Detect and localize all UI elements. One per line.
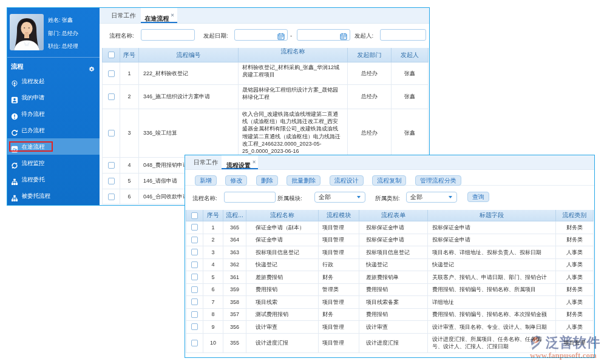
row-checkbox[interactable]: [108, 130, 115, 136]
cell-form: 费用报销: [359, 309, 428, 322]
cell-module: 财务: [319, 309, 359, 322]
row-checkbox[interactable]: [191, 340, 198, 346]
sidebar-item-icon: [11, 175, 18, 183]
sidebar-item-5[interactable]: 流程监控: [7, 155, 100, 171]
toolbar-button-manage-flow-category[interactable]: 管理流程分类: [415, 175, 461, 186]
front-table: 序号 流程... 流程名称 流程模块 流程表单 标题字段 流程类别 1 365 …: [186, 210, 594, 353]
front-table-header: 序号 流程... 流程名称 流程模块 流程表单 标题字段 流程类别: [186, 210, 594, 221]
cell-category: 财务类: [556, 221, 594, 234]
cell-module: 管理类: [319, 284, 359, 297]
cell-module: 项目管理: [319, 321, 359, 334]
cell-name: 差旅费报销: [246, 271, 319, 284]
flow-name-input[interactable]: [141, 29, 195, 41]
cell-no: 5: [120, 174, 139, 189]
cell-category: 项目管理: [556, 334, 594, 353]
cell-no: 7: [203, 296, 223, 309]
flow-name-input[interactable]: [224, 192, 276, 203]
cell-form: 设计进度汇报: [359, 334, 428, 353]
select-all-checkbox[interactable]: [191, 212, 198, 219]
tab-flow-settings[interactable]: 流程设置×: [222, 155, 258, 169]
cell-initiator: 张鑫: [392, 85, 429, 109]
cell-no: 6: [120, 189, 139, 204]
row-checkbox[interactable]: [191, 237, 198, 243]
person-card-icon: [11, 96, 18, 104]
cell-category: 财务类: [556, 234, 594, 247]
cell-title-field: 费用报销、报销编号、报销名称、所属项目: [428, 284, 556, 297]
cell-no: 3: [120, 109, 139, 158]
tab-in-transit-flow[interactable]: 在途流程×: [141, 8, 177, 23]
sidebar-item-0[interactable]: 流程发起: [7, 73, 100, 89]
gear-icon[interactable]: [88, 62, 95, 69]
tab-close-icon[interactable]: ×: [171, 12, 174, 18]
cell-name: 快递登记: [246, 259, 319, 272]
row-checkbox[interactable]: [108, 162, 115, 169]
profile-dept: 部门: 总经办: [48, 27, 78, 41]
date-to-input[interactable]: [297, 29, 350, 41]
calendar-icon: [277, 33, 285, 40]
sidebar-item-6[interactable]: 流程委托: [7, 171, 100, 187]
cell-name: 设计进度汇报: [246, 334, 319, 353]
header-no: 序号: [120, 48, 139, 62]
cell-category: 人事类: [556, 321, 594, 334]
toolbar-button-flow-copy[interactable]: 流程复制: [372, 175, 406, 186]
toolbar-button-batch-delete[interactable]: 批量删除: [287, 175, 320, 186]
header-checkbox-cell: [102, 48, 120, 62]
select-value: 全部: [319, 194, 331, 200]
cell-code: 356: [223, 321, 246, 334]
row-checkbox[interactable]: [191, 261, 198, 268]
row-checkbox[interactable]: [108, 93, 115, 100]
select-all-checkbox[interactable]: [108, 52, 115, 58]
start-date-label: 发起日期:: [203, 32, 228, 40]
row-checkbox[interactable]: [191, 224, 198, 231]
sidebar-item-7[interactable]: 被委托流程: [7, 187, 100, 204]
header-code: 流程编号: [139, 48, 239, 62]
header-initiator: 发起人: [392, 48, 429, 62]
tab-daily-work[interactable]: 日常工作: [100, 8, 141, 23]
row-checkbox[interactable]: [191, 311, 198, 318]
tab-daily-work[interactable]: 日常工作: [185, 155, 222, 169]
sidebar-item-1[interactable]: 我的申请: [7, 89, 100, 106]
cell-code: 362: [223, 259, 246, 272]
row-checkbox[interactable]: [191, 323, 198, 330]
toolbar-button-delete[interactable]: 删除: [256, 175, 278, 186]
tab-close-icon[interactable]: ×: [253, 159, 256, 165]
bg-table-header: 序号 流程编号 流程名称 发起部门 发起人: [102, 48, 429, 62]
cell-no: 5: [203, 271, 223, 284]
row-checkbox-cell: [102, 174, 120, 189]
initiator-label: 发起人:: [354, 32, 373, 40]
row-checkbox[interactable]: [108, 194, 115, 200]
toolbar-button-flow-design[interactable]: 流程设计: [330, 175, 364, 186]
date-from-input[interactable]: [234, 29, 288, 41]
cell-category: 人事类: [556, 296, 594, 309]
cell-name: 设计审查: [246, 321, 319, 334]
row-checkbox[interactable]: [108, 178, 115, 184]
row-checkbox-cell: [186, 296, 203, 309]
toolbar-button-add[interactable]: 新增: [195, 175, 217, 186]
cell-code: 358: [223, 296, 246, 309]
header-name: 流程名称: [239, 48, 348, 62]
cell-module: 项目管理: [319, 246, 359, 259]
cell-title-field: 项目名称、详细地址、投标负责人、投标日期: [428, 246, 556, 259]
category-select[interactable]: 全部: [406, 192, 457, 203]
sidebar-item-3[interactable]: 已办流程: [7, 122, 100, 138]
module-select[interactable]: 全部: [314, 192, 365, 203]
cell-dept: 总经办: [348, 109, 392, 158]
row-checkbox-cell: [102, 109, 120, 158]
row-checkbox[interactable]: [191, 298, 198, 305]
initiator-input[interactable]: [380, 29, 426, 41]
cell-module: 财务: [319, 271, 359, 284]
cell-name: 保证金申请（副本）: [246, 221, 319, 234]
cell-form: 项目线索备案: [359, 296, 428, 309]
row-checkbox[interactable]: [108, 70, 115, 77]
query-button[interactable]: 查询: [467, 192, 489, 202]
table-row: 3 336_竣工结算 收入合同_改建铁路成渝线增建第二直通线（成渝枢纽）电力线路…: [102, 109, 429, 158]
cell-category: 财务类: [556, 284, 594, 297]
toolbar-button-edit[interactable]: 修改: [225, 175, 247, 186]
row-checkbox[interactable]: [191, 286, 198, 293]
sidebar-item-2[interactable]: 待办流程: [7, 106, 100, 122]
sidebar-item-label: 已办流程: [22, 127, 45, 133]
cell-title-field: 关联客户、报销人、申请日期、部门、报销合计: [428, 271, 556, 284]
sidebar-item-label: 被委托流程: [22, 192, 51, 199]
row-checkbox[interactable]: [191, 249, 198, 255]
row-checkbox[interactable]: [191, 274, 198, 280]
